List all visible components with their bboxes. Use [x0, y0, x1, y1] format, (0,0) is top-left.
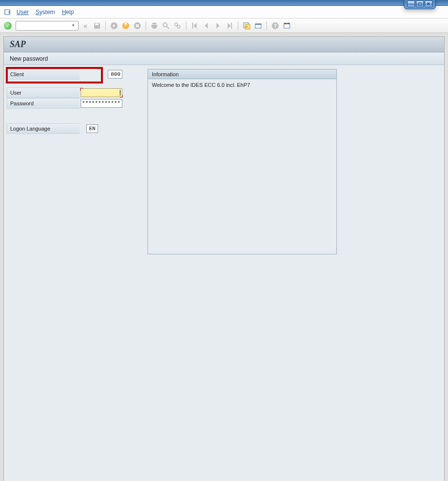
separator	[266, 21, 267, 30]
cancel-icon	[133, 21, 142, 31]
password-row: Password ************	[7, 98, 123, 109]
separator	[238, 21, 238, 30]
print-icon	[149, 21, 159, 31]
password-input[interactable]: ************	[81, 99, 122, 108]
menu-system[interactable]: System	[35, 9, 55, 16]
collapse-toolbar-icon[interactable]: «	[81, 21, 90, 31]
back-icon	[109, 21, 119, 31]
exit-icon[interactable]	[121, 21, 131, 31]
maximize-button[interactable]: ▢	[416, 0, 424, 7]
window-controls: ─ ▢ ✕	[404, 0, 436, 9]
find-icon	[161, 21, 171, 31]
user-input[interactable]	[81, 88, 122, 97]
text-caret-icon	[120, 90, 120, 96]
separator	[146, 21, 146, 30]
client-row: Client 800	[7, 69, 123, 80]
create-shortcut-icon[interactable]	[253, 21, 263, 31]
dropdown-arrow-icon[interactable]: ▼	[69, 22, 77, 30]
prev-page-icon	[201, 21, 211, 31]
user-label: User	[7, 87, 80, 98]
titlebar: ─ ▢ ✕	[0, 0, 448, 6]
language-row: Logon Language EN	[7, 123, 123, 134]
client-label: Client	[7, 69, 80, 80]
save-icon	[92, 21, 102, 31]
new-session-icon[interactable]	[242, 21, 251, 31]
close-button[interactable]: ✕	[425, 0, 432, 7]
menu-help[interactable]: Help	[62, 9, 74, 16]
body-area: Client 800 User Password ************ Lo…	[4, 65, 444, 258]
user-row: User	[7, 87, 123, 98]
first-page-icon	[190, 21, 199, 31]
info-body: Welcome to the IDES ECC 6.0 incl. EhP7	[148, 79, 336, 254]
menu-indicator-icon	[4, 8, 12, 16]
menu-user[interactable]: User	[17, 9, 29, 16]
local-layout-icon[interactable]	[282, 21, 292, 31]
svg-rect-12	[284, 24, 290, 28]
info-panel: Information Welcome to the IDES ECC 6.0 …	[148, 69, 337, 254]
language-input[interactable]: EN	[86, 124, 98, 133]
info-header: Information	[148, 69, 336, 79]
separator	[105, 21, 106, 30]
svg-rect-14	[286, 23, 288, 24]
password-label: Password	[7, 98, 80, 109]
find-next-icon	[173, 21, 183, 31]
app-title: SAP	[4, 37, 444, 52]
svg-text:?: ?	[274, 23, 277, 29]
new-password-link[interactable]: New password	[4, 52, 444, 65]
last-page-icon	[225, 21, 234, 31]
minimize-button[interactable]: ─	[407, 0, 415, 7]
client-input[interactable]: 800	[108, 70, 122, 79]
enter-ok-icon[interactable]: ✓	[4, 22, 12, 30]
svg-rect-15	[288, 23, 290, 24]
separator	[186, 21, 186, 30]
menubar: User System Help	[0, 6, 448, 18]
svg-rect-13	[284, 23, 286, 24]
svg-point-4	[175, 23, 178, 26]
next-page-icon	[213, 21, 223, 31]
toolbar: ✓ ▼ «	[0, 18, 448, 33]
svg-point-3	[163, 23, 167, 27]
svg-point-5	[177, 25, 180, 28]
svg-rect-9	[255, 24, 261, 25]
language-label: Logon Language	[7, 123, 80, 134]
sap-window: ─ ▢ ✕ User System Help ✓ ▼ «	[0, 0, 448, 481]
logon-form: Client 800 User Password ************ Lo…	[7, 69, 123, 254]
command-field[interactable]: ▼	[16, 21, 79, 31]
client-area: SAP New password Client 800 User Passwor…	[3, 36, 445, 481]
help-icon: ?	[270, 21, 280, 31]
